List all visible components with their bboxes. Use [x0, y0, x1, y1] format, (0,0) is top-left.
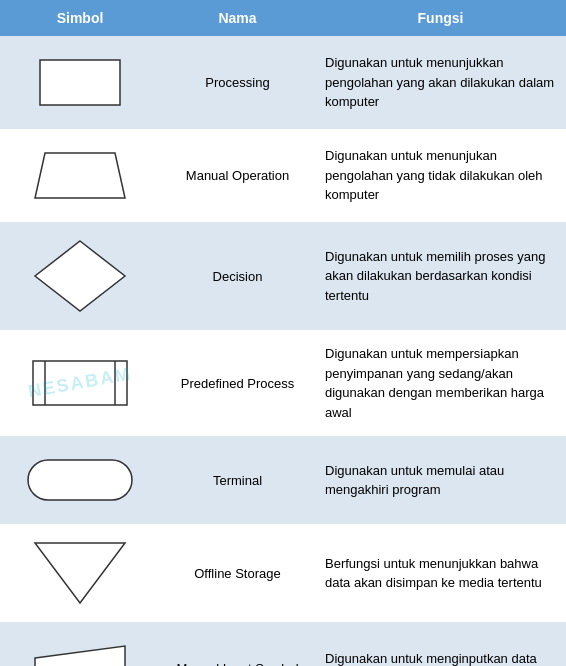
nama-cell-2: Decision	[160, 222, 315, 330]
simbol-cell-4	[0, 436, 160, 524]
fungsi-cell-4: Digunakan untuk memulai atau mengakhiri …	[315, 436, 566, 524]
svg-rect-3	[33, 361, 127, 405]
fungsi-cell-2: Digunakan untuk memilih proses yang akan…	[315, 222, 566, 330]
header-fungsi: Fungsi	[315, 0, 566, 36]
simbol-cell-2	[0, 222, 160, 330]
header-nama: Nama	[160, 0, 315, 36]
fungsi-cell-1: Digunakan untuk menunjukan pengolahan ya…	[315, 129, 566, 222]
nama-cell-1: Manual Operation	[160, 129, 315, 222]
svg-marker-8	[35, 646, 125, 666]
simbol-cell-6	[0, 622, 160, 666]
fungsi-cell-3: Digunakan untuk mempersiapkan penyimpana…	[315, 330, 566, 436]
svg-marker-2	[35, 241, 125, 311]
nama-cell-5: Offline Storage	[160, 524, 315, 622]
svg-marker-7	[35, 543, 125, 603]
flowchart-symbols-table: Simbol Nama Fungsi ProcessingDigunakan u…	[0, 0, 566, 666]
nama-cell-4: Terminal	[160, 436, 315, 524]
simbol-cell-5	[0, 524, 160, 622]
fungsi-cell-6: Digunakan untuk menginputkan data secara…	[315, 622, 566, 666]
nama-cell-0: Processing	[160, 36, 315, 129]
fungsi-cell-0: Digunakan untuk menunjukkan pengolahan y…	[315, 36, 566, 129]
simbol-cell-3: NESABAM	[0, 330, 160, 436]
nama-cell-6: Manual Input Symbol	[160, 622, 315, 666]
fungsi-cell-5: Berfungsi untuk menunjukkan bahwa data a…	[315, 524, 566, 622]
svg-rect-0	[40, 60, 120, 105]
nama-cell-3: Predefined Process	[160, 330, 315, 436]
svg-marker-1	[35, 153, 125, 198]
simbol-cell-1	[0, 129, 160, 222]
svg-rect-6	[28, 460, 132, 500]
header-simbol: Simbol	[0, 0, 160, 36]
simbol-cell-0	[0, 36, 160, 129]
